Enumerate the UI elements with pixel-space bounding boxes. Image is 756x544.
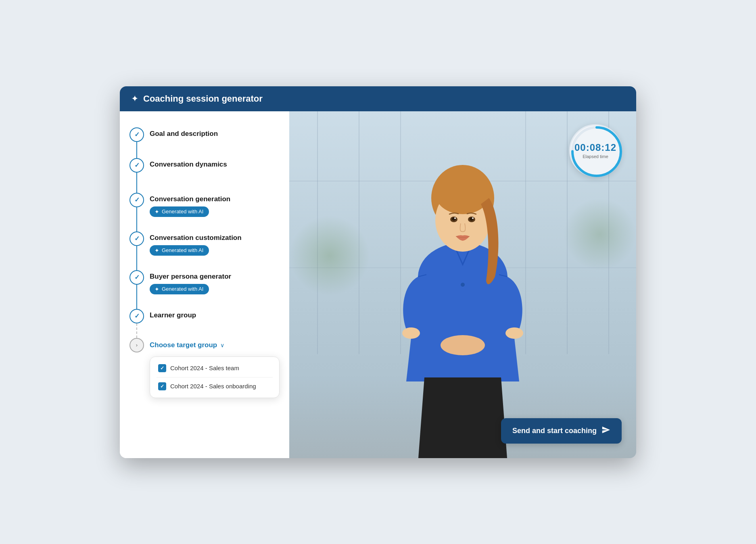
- step-customization-dot: ✓: [129, 231, 144, 246]
- timer-time-display: 00:08:12: [574, 142, 616, 153]
- cohort-2-label: Cohort 2024 - Sales onboarding: [170, 383, 256, 390]
- cohort-item-2[interactable]: ✓ Cohort 2024 - Sales onboarding: [157, 377, 273, 395]
- step-learner-title: Learner group: [150, 309, 280, 319]
- check-icon: ✓: [134, 312, 140, 320]
- svg-point-13: [461, 283, 465, 287]
- send-and-start-button[interactable]: Send and start coaching: [501, 418, 622, 444]
- step-buyer: ✓ Buyer persona generator ✦ Generated wi…: [129, 270, 280, 309]
- step-customization-title: Conversation customization: [150, 231, 280, 242]
- check-icon: ✓: [134, 235, 140, 242]
- step-generation-left: ✓: [129, 193, 144, 231]
- step-generation-ai-badge: ✦ Generated with AI: [150, 206, 209, 217]
- step-goal-content: Goal and description: [150, 127, 280, 148]
- step-buyer-badge-text: Generated with AI: [162, 286, 203, 292]
- step-learner-left: ✓: [129, 309, 144, 338]
- step-buyer-title: Buyer persona generator: [150, 270, 280, 281]
- step-customization-badge-text: Generated with AI: [162, 247, 203, 253]
- step-dynamics: ✓ Conversation dynamics: [129, 158, 280, 193]
- app-header-icon: ✦: [131, 94, 138, 104]
- ai-star-icon-3: ✦: [155, 286, 159, 292]
- timer-circle: 00:08:12 Elapsed time: [569, 124, 622, 177]
- step-customization-left: ✓: [129, 231, 144, 270]
- step-target-group: › Choose target group ∨ ✓ Cohort 2024 - …: [129, 338, 280, 398]
- step-goal-left: ✓: [129, 127, 144, 158]
- ai-star-icon: ✦: [155, 208, 159, 215]
- step-learner: ✓ Learner group: [129, 309, 280, 338]
- step-generation-line: [136, 207, 137, 231]
- cohort-1-checkbox[interactable]: ✓: [158, 364, 166, 372]
- svg-point-11: [454, 217, 456, 219]
- avatar-container: [366, 144, 560, 458]
- bg-foliage-left: [289, 215, 370, 296]
- step-goal-title: Goal and description: [150, 127, 280, 138]
- app-header: ✦ Coaching session generator: [120, 86, 636, 111]
- send-icon: [601, 425, 610, 436]
- step-learner-content: Learner group: [150, 309, 280, 329]
- avatar-svg: [394, 160, 531, 458]
- step-dynamics-title: Conversation dynamics: [150, 158, 280, 169]
- step-customization: ✓ Conversation customization ✦ Generated…: [129, 231, 280, 270]
- steps-container: ✓ Goal and description ✓: [129, 123, 280, 402]
- choose-target-group-button[interactable]: Choose target group ∨: [150, 338, 224, 352]
- arrow-right-icon: ›: [136, 342, 138, 348]
- svg-point-4: [441, 335, 485, 355]
- step-buyer-dot: ✓: [129, 270, 144, 285]
- step-goal-dot: ✓: [129, 127, 144, 142]
- check-icon: ✓: [134, 131, 140, 138]
- step-target-left: ›: [129, 338, 144, 352]
- svg-point-12: [472, 217, 474, 219]
- step-goal: ✓ Goal and description: [129, 127, 280, 158]
- step-generation: ✓ Conversation generation ✦ Generated wi…: [129, 193, 280, 231]
- step-target-content: Choose target group ∨ ✓ Cohort 2024 - Sa…: [150, 338, 280, 398]
- svg-point-2: [402, 327, 420, 339]
- step-generation-dot: ✓: [129, 193, 144, 207]
- step-buyer-line: [136, 285, 137, 309]
- bg-foliage-right: [564, 198, 636, 271]
- step-goal-line: [136, 142, 137, 158]
- timer-label-display: Elapsed time: [583, 154, 608, 159]
- step-buyer-ai-badge: ✦ Generated with AI: [150, 284, 209, 294]
- choose-target-group-label: Choose target group: [150, 341, 217, 349]
- check-icon: ✓: [134, 273, 140, 281]
- step-dynamics-line: [136, 173, 137, 193]
- cohort-2-checkbox[interactable]: ✓: [158, 382, 166, 390]
- chevron-down-icon: ∨: [220, 342, 224, 348]
- check-icon: ✓: [134, 161, 140, 169]
- svg-point-3: [505, 327, 523, 339]
- step-customization-line: [136, 246, 137, 270]
- step-dynamics-left: ✓: [129, 158, 144, 193]
- right-panel: 00:08:12 Elapsed time Send and start coa…: [289, 111, 636, 458]
- target-group-dropdown: ✓ Cohort 2024 - Sales team ✓ Cohort 2024…: [150, 356, 280, 398]
- step-dynamics-dot: ✓: [129, 158, 144, 173]
- step-customization-content: Conversation customization ✦ Generated w…: [150, 231, 280, 265]
- step-target-dot[interactable]: ›: [129, 338, 144, 352]
- cohort-item-1[interactable]: ✓ Cohort 2024 - Sales team: [157, 359, 273, 377]
- left-panel: ✓ Goal and description ✓: [120, 111, 289, 458]
- cohort-1-label: Cohort 2024 - Sales team: [170, 365, 239, 371]
- step-learner-dot: ✓: [129, 309, 144, 323]
- step-learner-line: [136, 323, 137, 338]
- app-header-title: Coaching session generator: [143, 94, 263, 104]
- main-content: ✓ Goal and description ✓: [120, 111, 636, 458]
- check-icon: ✓: [134, 196, 140, 204]
- step-dynamics-content: Conversation dynamics: [150, 158, 280, 178]
- app-window: ✦ Coaching session generator ✓ Goal and …: [120, 86, 636, 458]
- step-generation-badge-text: Generated with AI: [162, 208, 203, 215]
- ai-star-icon-2: ✦: [155, 247, 159, 254]
- step-buyer-content: Buyer persona generator ✦ Generated with…: [150, 270, 280, 304]
- step-customization-ai-badge: ✦ Generated with AI: [150, 245, 209, 256]
- step-buyer-left: ✓: [129, 270, 144, 309]
- send-button-label: Send and start coaching: [512, 427, 597, 435]
- timer-widget: 00:08:12 Elapsed time: [569, 124, 622, 177]
- step-generation-content: Conversation generation ✦ Generated with…: [150, 193, 280, 227]
- step-generation-title: Conversation generation: [150, 193, 280, 203]
